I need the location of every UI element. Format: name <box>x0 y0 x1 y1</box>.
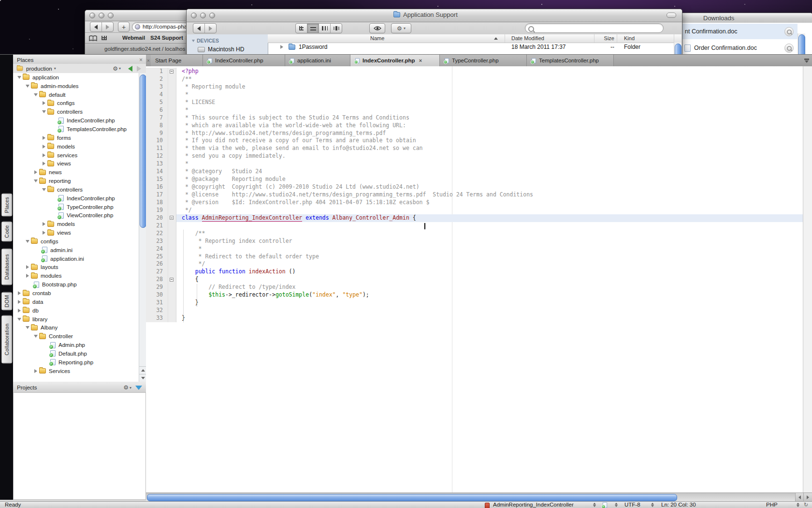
expand-icon[interactable] <box>43 162 45 165</box>
tree-item[interactable]: ✓Bootstrap.php <box>13 280 139 289</box>
refresh-icon[interactable]: ↻ <box>804 502 808 508</box>
code-line[interactable]: 20class AdminReporting_IndexController e… <box>146 214 803 222</box>
tree-item[interactable]: ✓admin.ini <box>13 246 139 254</box>
tree-item[interactable]: views <box>13 228 139 237</box>
code-line[interactable]: 19 */ <box>146 207 803 214</box>
new-tab-button[interactable]: + <box>118 22 130 32</box>
tree-item[interactable]: application <box>13 73 139 82</box>
scroll-up-button[interactable] <box>139 366 146 374</box>
code-line[interactable]: 6 * <box>146 106 803 114</box>
forward-button[interactable] <box>205 24 216 33</box>
top-sites-icon[interactable] <box>102 36 107 40</box>
stepper-icon[interactable] <box>797 503 799 508</box>
back-button[interactable] <box>193 24 205 33</box>
expand-icon[interactable] <box>43 145 45 149</box>
code-line[interactable]: 14 * @category Studio 24 <box>146 168 803 176</box>
code-line[interactable]: 13 * <box>146 160 803 168</box>
tree-item[interactable]: configs <box>13 99 139 108</box>
expand-icon[interactable] <box>43 231 45 235</box>
code-line[interactable]: 2/** <box>146 75 803 83</box>
finder-scroll-thumb[interactable] <box>675 44 682 55</box>
code-line[interactable]: 15 * @package Reporting module <box>146 176 803 183</box>
code-line[interactable]: 11 * them via the web, please send an em… <box>146 145 803 152</box>
code-line[interactable]: 3 * Reporting module <box>146 83 803 91</box>
close-window-button[interactable] <box>191 13 197 18</box>
code-line[interactable]: 22 /** <box>146 230 803 238</box>
places-settings-button[interactable]: ⚙▾ <box>113 66 121 72</box>
expand-icon[interactable] <box>34 369 37 373</box>
code-line[interactable]: 33} <box>146 314 803 322</box>
side-tab-databases[interactable]: Databases <box>1 248 12 285</box>
downloads-scrollbar[interactable] <box>798 33 805 55</box>
expand-icon[interactable] <box>26 265 29 269</box>
tree-item[interactable]: ✓Admin.php <box>13 341 139 349</box>
finder-titlebar[interactable]: Application Support <box>187 9 682 22</box>
status-encoding[interactable]: UTF-8 <box>624 502 640 508</box>
column-header-date[interactable]: Date Modified <box>511 35 544 41</box>
collapse-icon[interactable] <box>17 76 21 79</box>
tree-item[interactable]: library <box>13 315 139 324</box>
tree-scrollbar[interactable] <box>139 73 146 382</box>
reveal-in-finder-button[interactable] <box>784 44 794 53</box>
collapse-icon[interactable] <box>42 188 46 191</box>
stepper-icon[interactable] <box>593 503 596 508</box>
finder-scrollbar[interactable] <box>674 43 682 55</box>
expand-icon[interactable] <box>43 101 45 105</box>
status-language[interactable]: PHP <box>766 502 778 508</box>
tree-item[interactable]: ✓IndexController.php <box>13 116 139 125</box>
code-line[interactable]: 32 <box>146 307 803 314</box>
tree-item[interactable]: ✓Default.php <box>13 349 139 358</box>
browser-history-buttons[interactable] <box>90 22 114 32</box>
editor-tab[interactable]: ✓application.ini <box>285 55 350 66</box>
tree-item[interactable]: modules <box>13 271 139 280</box>
code-line[interactable]: 21 <box>146 222 803 230</box>
expand-icon[interactable] <box>18 300 21 304</box>
expand-icon[interactable] <box>43 222 45 226</box>
fold-toggle-icon[interactable] <box>170 70 174 74</box>
browser-window-controls[interactable] <box>89 13 114 18</box>
code-line[interactable]: 29 // Redirect to /type/index <box>146 284 803 291</box>
tree-item[interactable]: configs <box>13 237 139 246</box>
reveal-in-finder-button[interactable] <box>784 27 794 36</box>
bookmarks-icon[interactable] <box>89 35 97 42</box>
column-header-name[interactable]: Name <box>370 35 384 41</box>
side-tab-dom[interactable]: DOM <box>1 292 12 310</box>
fold-toggle-icon[interactable] <box>170 278 174 282</box>
tree-item[interactable]: controllers <box>13 185 139 194</box>
scroll-down-button[interactable] <box>139 374 146 382</box>
toolbar-toggle-lozenge[interactable] <box>667 13 676 18</box>
side-tab-collaboration[interactable]: Collaboration <box>1 315 12 363</box>
editor-tab[interactable]: ✓IndexController.php× <box>350 55 440 66</box>
side-tab-code[interactable]: Code <box>1 221 12 241</box>
code-line[interactable]: 31 } <box>146 299 803 307</box>
code-line[interactable]: 12 * send you a copy immediately. <box>146 152 803 160</box>
minimize-window-button[interactable] <box>99 13 104 18</box>
editor-hscrollbar[interactable] <box>146 493 812 502</box>
tree-item[interactable]: db <box>13 306 139 315</box>
tree-item[interactable]: layouts <box>13 263 139 272</box>
code-line[interactable]: 10 * If you did not receive a copy of ou… <box>146 137 803 145</box>
tree-scroll-thumb[interactable] <box>140 75 146 228</box>
minimize-window-button[interactable] <box>200 13 206 18</box>
stepper-icon[interactable] <box>615 503 618 508</box>
action-menu-button[interactable]: ⚙▾ <box>391 23 411 33</box>
code-line[interactable]: 16 * @copyright Copyright (c) 2009-2010 … <box>146 183 803 191</box>
collapse-icon[interactable] <box>42 110 46 113</box>
stepper-icon[interactable] <box>651 503 654 508</box>
tree-item[interactable]: models <box>13 142 139 151</box>
downloads-titlebar[interactable]: Downloads <box>681 13 812 23</box>
list-view-button[interactable] <box>307 24 319 33</box>
editor-tab[interactable]: Start Page <box>151 55 203 66</box>
tree-item[interactable]: ✓ViewController.php <box>13 211 139 220</box>
column-view-button[interactable] <box>319 24 331 33</box>
tree-item[interactable]: Services <box>13 367 139 375</box>
expand-icon[interactable] <box>43 153 45 157</box>
sidebar-item-macintosh-hd[interactable]: Macintosh HD <box>198 46 244 53</box>
root-selector[interactable]: production <box>26 66 52 72</box>
downloads-scroll-thumb[interactable] <box>798 34 805 55</box>
column-header-kind[interactable]: Kind <box>624 35 635 41</box>
tree-item[interactable]: ✓IndexController.php <box>13 194 139 203</box>
tree-item[interactable]: Albany <box>13 323 139 332</box>
column-header-size[interactable]: Size <box>594 35 614 41</box>
finder-window-controls[interactable] <box>191 13 215 18</box>
